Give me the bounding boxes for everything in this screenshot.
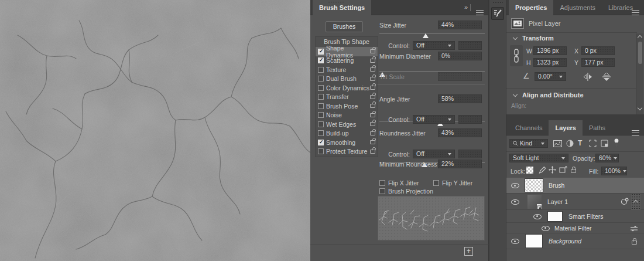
list-item-protect-texture[interactable]: Protect Texture <box>316 147 378 157</box>
panel-drag-grip[interactable] <box>328 1 344 4</box>
tab-adjustments[interactable]: Adjustments <box>553 0 602 15</box>
align-section-title[interactable]: Align and Distribute <box>522 91 584 99</box>
collapse-panel-icon[interactable]: » <box>464 4 467 11</box>
document-canvas[interactable] <box>0 0 310 261</box>
flip-x-jitter-checkbox[interactable]: Flip X Jitter <box>379 179 419 187</box>
flip-vertical-button[interactable] <box>601 72 612 83</box>
layer-row-smart-filters[interactable]: Smart Filters <box>506 210 644 223</box>
new-brush-button[interactable]: + <box>464 247 473 256</box>
checkbox[interactable] <box>318 57 324 63</box>
brush-settings-dock-icon[interactable] <box>491 7 504 20</box>
width-field[interactable]: 1396 px <box>533 46 567 55</box>
panel-menu-icon[interactable] <box>632 5 639 12</box>
roundness-jitter-value[interactable]: 43% <box>438 128 482 137</box>
flip-horizontal-button[interactable] <box>583 72 593 83</box>
layer-thumbnail-layer1[interactable] <box>527 195 542 209</box>
visibility-eye-icon[interactable] <box>511 238 519 245</box>
layer-row-material-filter[interactable]: Material Filter <box>506 223 644 233</box>
visibility-eye-icon[interactable] <box>511 198 519 205</box>
tab-layers[interactable]: Layers <box>549 120 582 135</box>
lock-all-icon[interactable] <box>571 167 576 174</box>
control-dropdown[interactable]: Off <box>413 150 455 158</box>
opacity-dropdown[interactable]: 60% <box>595 154 619 162</box>
filter-adjustment-layers-icon[interactable] <box>566 140 574 148</box>
checkbox[interactable] <box>318 103 324 109</box>
minimum-roundness-value[interactable]: 22% <box>438 160 482 168</box>
lock-icon[interactable] <box>370 86 375 90</box>
height-field[interactable]: 1323 px <box>533 58 567 67</box>
list-item-wet-edges[interactable]: Wet Edges <box>316 120 378 129</box>
blend-mode-dropdown[interactable]: Soft Light <box>509 154 568 162</box>
checkbox[interactable] <box>318 140 324 145</box>
layer-row-background[interactable]: Background <box>506 233 644 249</box>
list-item-shape-dynamics[interactable]: Shape Dynamics <box>316 47 378 56</box>
list-item-smoothing[interactable]: Smoothing <box>316 138 378 147</box>
transform-section-twisty[interactable] <box>513 35 518 40</box>
list-item-transfer[interactable]: Transfer <box>316 93 378 102</box>
lock-icon[interactable] <box>370 95 375 99</box>
lock-icon[interactable] <box>370 49 375 53</box>
filter-type-layers-icon[interactable]: T <box>578 139 582 147</box>
list-item-noise[interactable]: Noise <box>316 111 378 120</box>
lock-icon[interactable] <box>370 131 375 135</box>
control-dropdown[interactable]: Off <box>413 41 455 50</box>
list-item-texture[interactable]: Texture <box>316 65 378 74</box>
lock-icon[interactable] <box>370 113 375 117</box>
visibility-eye-icon[interactable] <box>542 225 550 232</box>
panel-menu-icon[interactable] <box>476 5 484 12</box>
tab-paths[interactable]: Paths <box>583 120 612 135</box>
scrollbar-thumb[interactable] <box>638 42 642 64</box>
list-item-brush-pose[interactable]: Brush Pose <box>316 101 378 111</box>
checkbox[interactable] <box>318 130 324 136</box>
tab-channels[interactable]: Channels <box>509 120 549 135</box>
filter-shape-layers-icon[interactable] <box>589 140 597 148</box>
scroll-down-arrow[interactable] <box>638 106 642 110</box>
lock-artboard-icon[interactable] <box>559 166 567 175</box>
filtering-toggle[interactable] <box>614 138 619 148</box>
angle-jitter-value[interactable]: 58% <box>438 94 482 103</box>
lock-image-icon[interactable] <box>538 166 546 175</box>
list-item-dual-brush[interactable]: Dual Brush <box>316 74 378 84</box>
control-dropdown[interactable]: Off <box>413 115 455 124</box>
lock-icon[interactable] <box>370 150 375 154</box>
lock-icon[interactable] <box>370 67 375 72</box>
brush-projection-checkbox[interactable]: Brush Projection <box>379 188 433 195</box>
lock-icon[interactable] <box>370 59 375 63</box>
checkbox[interactable] <box>318 94 324 100</box>
smart-filters-indicator-icon[interactable] <box>621 198 629 206</box>
list-item-build-up[interactable]: Build-up <box>316 129 378 138</box>
filter-blending-options-icon[interactable] <box>630 225 638 233</box>
filter-pixel-layers-icon[interactable] <box>553 140 562 148</box>
panel-menu-icon[interactable] <box>632 125 639 132</box>
checkbox[interactable] <box>318 67 324 73</box>
link-dimensions-button[interactable] <box>510 45 523 66</box>
lock-icon[interactable] <box>370 122 375 126</box>
background-lock-icon[interactable] <box>632 239 637 246</box>
checkbox[interactable] <box>318 148 324 154</box>
visibility-eye-icon[interactable] <box>533 213 542 220</box>
align-section-twisty[interactable] <box>513 92 518 97</box>
filter-smart-objects-icon[interactable] <box>601 140 608 148</box>
layer-row-brush[interactable]: Brush <box>506 178 644 194</box>
smart-filters-collapse-strip[interactable] <box>631 194 640 210</box>
tab-properties[interactable]: Properties <box>509 0 553 15</box>
lock-icon[interactable] <box>370 77 375 81</box>
flip-y-jitter-checkbox[interactable]: Flip Y Jitter <box>433 179 472 187</box>
transform-section-title[interactable]: Transform <box>522 35 554 42</box>
list-item-color-dynamics[interactable]: Color Dynamics <box>316 83 378 93</box>
visibility-eye-icon[interactable] <box>511 182 519 189</box>
size-jitter-value[interactable]: 44% <box>438 21 482 29</box>
properties-scrollbar[interactable] <box>636 33 643 114</box>
x-field[interactable]: 0 px <box>581 46 615 55</box>
checkbox[interactable] <box>318 121 324 127</box>
rotation-dropdown[interactable]: 0.00° <box>535 72 566 81</box>
size-jitter-slider[interactable] <box>379 30 485 38</box>
layer-thumbnail-background[interactable] <box>525 234 543 248</box>
filter-kind-dropdown[interactable]: Kind <box>509 139 548 148</box>
smart-filters-mask-thumbnail[interactable] <box>547 211 563 222</box>
checkbox[interactable] <box>318 112 324 118</box>
list-item-scattering[interactable]: Scattering <box>316 56 378 66</box>
layer-thumbnail-brush[interactable] <box>525 179 543 192</box>
lock-position-icon[interactable] <box>549 166 556 175</box>
layer-row-layer1[interactable]: Layer 1 <box>506 194 644 210</box>
